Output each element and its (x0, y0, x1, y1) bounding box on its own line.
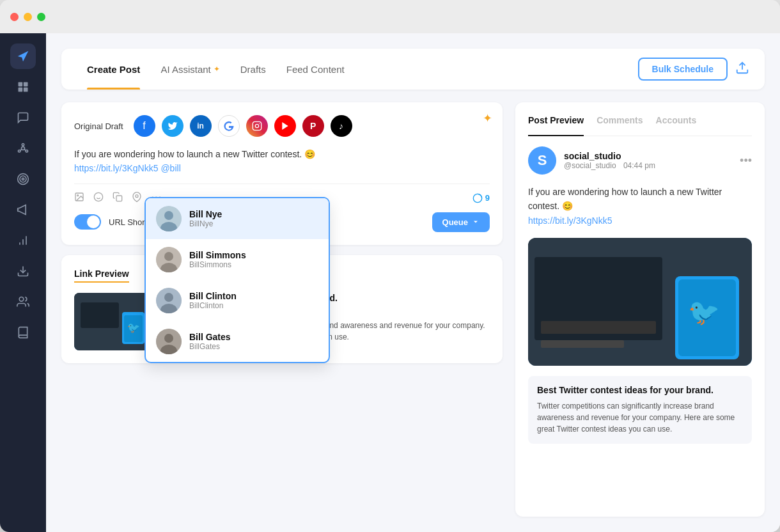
sidebar-icon-people[interactable] (10, 289, 36, 315)
preview-avatar: S (528, 146, 556, 175)
titlebar (0, 0, 780, 33)
svg-rect-1 (24, 82, 28, 87)
sidebar-icon-megaphone[interactable] (10, 197, 36, 223)
right-panel: Post Preview Comments Accounts S social_… (515, 102, 765, 517)
svg-text:🐦: 🐦 (127, 322, 140, 334)
location-icon[interactable] (132, 192, 142, 205)
export-button[interactable] (735, 61, 749, 78)
preview-post-image: 🐦 (528, 238, 752, 366)
sidebar-icon-library[interactable] (10, 320, 36, 345)
preview-user-handle: @social_studio 04:44 pm (564, 161, 655, 170)
maximize-button[interactable] (37, 13, 45, 21)
tab-create-post[interactable]: Create Post (77, 49, 150, 90)
preview-link-title: Best Twitter contest ideas for your bran… (537, 385, 743, 395)
sidebar-icon-network[interactable] (10, 136, 36, 161)
mention-dropdown: Bill Nye BillNye Bill Simmons (144, 197, 330, 363)
svg-point-6 (26, 150, 27, 152)
sidebar-icon-chart[interactable] (10, 228, 36, 253)
mention-name-0: Bill Nye (189, 209, 222, 219)
post-text-display: If you are wondering how to launch a new… (74, 147, 490, 176)
platform-google[interactable] (218, 115, 240, 137)
svg-point-5 (22, 144, 24, 146)
url-shortening-toggle[interactable] (74, 214, 101, 230)
preview-more-icon[interactable]: ••• (740, 154, 752, 168)
preview-post-header: S social_studio @social_studio 04:44 pm … (528, 146, 752, 175)
platform-facebook[interactable]: f (134, 115, 155, 137)
preview-tab-comments[interactable]: Comments (597, 115, 643, 128)
platform-youtube[interactable] (274, 115, 296, 137)
platform-linkedin[interactable]: in (190, 115, 212, 137)
at-bill-text: @bill (160, 163, 180, 173)
mention-item-0[interactable]: Bill Nye BillNye (146, 198, 329, 239)
svg-text:🐦: 🐦 (688, 297, 720, 327)
queue-button[interactable]: Queue (432, 212, 490, 232)
mention-avatar-bill-nye (156, 206, 182, 231)
platform-tiktok[interactable]: ♪ (331, 115, 352, 137)
svg-point-28 (164, 252, 173, 261)
svg-rect-55 (541, 340, 624, 348)
mention-item-2[interactable]: Bill Clinton BillClinton (146, 280, 329, 321)
preview-tab-post[interactable]: Post Preview (528, 115, 584, 128)
ai-badge: ✦ (214, 65, 220, 74)
svg-point-22 (259, 123, 260, 124)
mention-item-3[interactable]: Bill Gates BillGates (146, 321, 329, 362)
svg-point-42 (136, 194, 138, 197)
image-icon[interactable] (74, 192, 84, 205)
mention-avatar-bill-simmons (156, 247, 182, 272)
preview-link-desc: Twitter competitions can significantly i… (537, 400, 743, 435)
tab-drafts[interactable]: Drafts (230, 49, 276, 90)
svg-point-21 (255, 124, 258, 127)
svg-rect-54 (541, 321, 656, 334)
sidebar-icon-chat[interactable] (10, 105, 36, 130)
preview-post-text: If you are wondering how to launch a new… (528, 185, 752, 228)
tab-ai-assistant[interactable]: AI Assistant ✦ (150, 49, 230, 90)
preview-tabs: Post Preview Comments Accounts (528, 115, 752, 136)
preview-user-info: social_studio @social_studio 04:44 pm (564, 151, 655, 170)
app-body: Create Post AI Assistant ✦ Drafts Feed C… (0, 33, 780, 532)
char-count: 9 (472, 193, 490, 203)
preview-post-link[interactable]: https://bit.ly/3KgNkk5 (528, 215, 612, 226)
svg-rect-41 (116, 196, 122, 201)
svg-point-11 (18, 174, 29, 185)
sidebar-icon-download[interactable] (10, 258, 36, 284)
mention-info-0: Bill Nye BillNye (189, 209, 222, 228)
mention-info-2: Bill Clinton BillClinton (189, 291, 237, 310)
close-button[interactable] (10, 13, 19, 21)
mention-handle-0: BillNye (189, 219, 222, 228)
link-preview-title: Link Preview (74, 269, 129, 283)
mention-info-1: Bill Simmons BillSimmons (189, 250, 246, 269)
svg-point-34 (164, 334, 173, 343)
svg-point-7 (19, 150, 20, 152)
minimize-button[interactable] (24, 13, 32, 21)
svg-marker-23 (282, 122, 288, 130)
sidebar-icon-target[interactable] (10, 166, 36, 192)
main-content: Create Post AI Assistant ✦ Drafts Feed C… (46, 33, 780, 532)
emoji-icon[interactable] (93, 192, 104, 205)
preview-user-name: social_studio (564, 151, 655, 161)
svg-point-25 (164, 211, 173, 220)
svg-rect-45 (81, 302, 119, 328)
mention-name-1: Bill Simmons (189, 250, 246, 260)
content-panels: Original Draft f in (61, 102, 765, 517)
sparkle-icon: ✦ (483, 111, 492, 125)
mention-item-1[interactable]: Bill Simmons BillSimmons (146, 239, 329, 280)
bulk-schedule-button[interactable]: Bulk Schedule (638, 58, 728, 81)
platform-twitter[interactable] (162, 115, 183, 137)
copy-icon[interactable] (113, 192, 123, 205)
platform-pinterest[interactable]: P (302, 115, 324, 137)
mention-link[interactable]: https://bit.ly/3KgNkk5 (74, 163, 159, 173)
svg-line-10 (20, 149, 22, 151)
platform-instagram[interactable] (246, 115, 268, 137)
svg-rect-2 (19, 88, 23, 92)
svg-rect-0 (19, 82, 23, 87)
tab-feed-content[interactable]: Feed Content (276, 49, 355, 90)
svg-point-13 (22, 178, 24, 180)
editor-card: Original Draft f in (61, 102, 503, 245)
preview-tab-accounts[interactable]: Accounts (656, 115, 697, 128)
sidebar-icon-send[interactable] (10, 43, 36, 69)
svg-point-31 (164, 293, 173, 302)
preview-link-card: Best Twitter contest ideas for your bran… (528, 376, 752, 444)
svg-rect-20 (253, 121, 261, 130)
sidebar-icon-dashboard[interactable] (10, 74, 36, 100)
mention-handle-1: BillSimmons (189, 260, 246, 269)
